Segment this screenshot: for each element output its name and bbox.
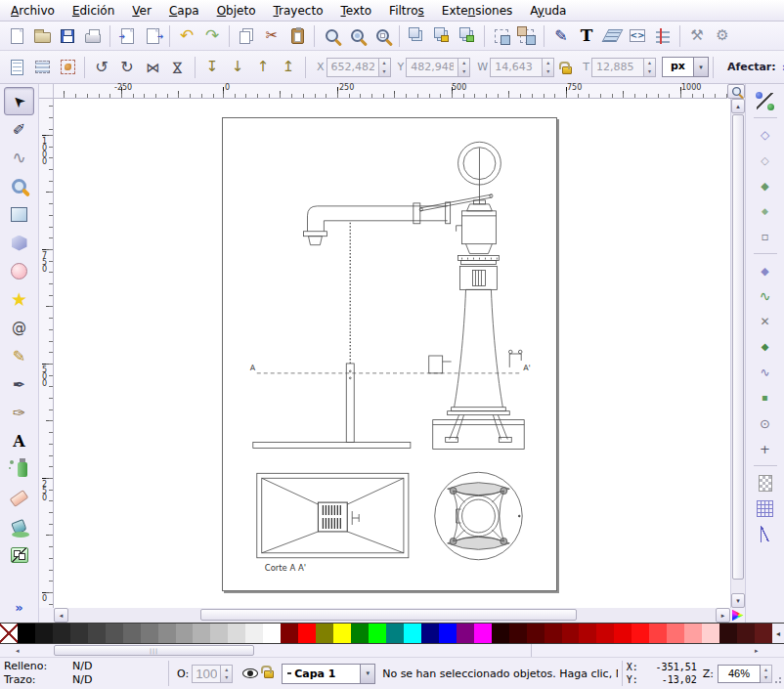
palette-scrollbar-thumb[interactable]: ||| — [54, 645, 254, 656]
width-field[interactable] — [490, 58, 543, 77]
print-document-button[interactable] — [80, 23, 106, 49]
rotate-ccw-button[interactable]: ↺ — [89, 55, 114, 80]
new-document-button[interactable] — [4, 23, 29, 49]
palette-swatch-12[interactable] — [210, 624, 228, 643]
save-document-button[interactable] — [55, 23, 80, 49]
palette-scroll-arrow-right[interactable]: ▸ — [755, 646, 759, 656]
palette-swatch-31[interactable] — [544, 624, 562, 643]
unlink-clone-button[interactable] — [455, 23, 480, 49]
palette-swatch-32[interactable] — [562, 624, 580, 643]
palette-swatch-19[interactable] — [333, 624, 351, 643]
rotate-cw-button[interactable]: ↻ — [114, 55, 140, 80]
select-all-layers-button[interactable] — [29, 55, 55, 80]
document-properties-button[interactable]: ⚙ — [710, 23, 735, 49]
vertical-scrollbar[interactable]: ▴ ▾ — [730, 99, 745, 608]
snap-bbox-corners-button[interactable]: ◆ — [751, 173, 780, 198]
horizontal-scrollbar[interactable] — [68, 608, 716, 623]
menu-capa[interactable]: Capa — [160, 2, 208, 20]
palette-swatch-9[interactable] — [158, 624, 176, 643]
xml-editor-button[interactable] — [625, 23, 650, 49]
snap-object-centers-button[interactable]: ⊙ — [751, 410, 780, 436]
layer-lock-icon[interactable] — [264, 670, 274, 678]
menu-objeto[interactable]: Objeto — [208, 2, 265, 20]
scroll-down-icon[interactable]: ▾ — [731, 593, 745, 608]
y-field[interactable] — [406, 58, 458, 77]
snap-line-midpoints-button[interactable]: ▪ — [751, 385, 780, 410]
spray-tool-button[interactable] — [4, 455, 34, 484]
palette-swatch-42[interactable] — [737, 624, 755, 643]
rectangle-tool-button[interactable] — [4, 200, 34, 229]
scroll-up-icon[interactable]: ▴ — [731, 99, 745, 113]
group-button[interactable] — [489, 23, 514, 49]
snap-bbox-centers-button[interactable]: ▫ — [751, 224, 780, 249]
palette-swatch-17[interactable] — [298, 624, 316, 643]
zoom-selection-button[interactable] — [319, 23, 344, 49]
palette-swatch-2[interactable] — [35, 624, 53, 643]
palette-swatch-5[interactable] — [88, 624, 106, 643]
palette-swatch-37[interactable] — [649, 624, 667, 643]
layers-dialog-button[interactable] — [599, 23, 625, 49]
menu-extensiones[interactable]: Extensiones — [433, 2, 522, 20]
palette-swatch-25[interactable] — [439, 624, 457, 643]
layer-dropdown[interactable]: Capa 1 ▾ — [282, 664, 375, 684]
pencil-tool-button[interactable]: ✎ — [4, 342, 34, 370]
palette-swatch-36[interactable] — [632, 624, 649, 643]
x-field-spinner[interactable] — [379, 58, 391, 77]
tweak-tool-button[interactable]: ∿ — [4, 144, 34, 172]
menu-ayuda[interactable]: Ayuda — [521, 2, 575, 20]
snap-page-border-button[interactable] — [751, 470, 780, 495]
layer-visibility-eye-icon[interactable] — [242, 668, 258, 678]
menu-ver[interactable]: Ver — [123, 2, 160, 20]
vertical-scrollbar-thumb[interactable] — [732, 114, 744, 580]
redo-button[interactable]: ↷ — [199, 23, 225, 49]
palette-swatch-41[interactable] — [719, 624, 737, 643]
chevron-down-icon[interactable]: ▾ — [360, 665, 374, 683]
palette-swatch-10[interactable] — [176, 624, 194, 643]
palette-swatch-40[interactable] — [702, 624, 719, 643]
zoom-spinner[interactable] — [761, 665, 772, 683]
width-field-spinner[interactable] — [543, 58, 554, 77]
open-document-button[interactable] — [29, 23, 55, 49]
text-dialog-button[interactable]: T — [574, 23, 599, 49]
y-field-spinner[interactable] — [458, 58, 470, 77]
raise-button[interactable]: ↑ — [250, 55, 276, 80]
zoom-field[interactable] — [718, 665, 761, 683]
create-clone-button[interactable] — [429, 23, 455, 49]
palette-swatch-34[interactable] — [596, 624, 614, 643]
palette-swatch-7[interactable] — [123, 624, 141, 643]
pen-tool-button[interactable]: ✒ — [4, 370, 34, 399]
snap-bbox-button[interactable]: ◇ — [751, 122, 780, 148]
lower-to-bottom-button[interactable]: ↧ — [199, 55, 225, 80]
selector-tool-button[interactable]: ➤ — [4, 87, 34, 115]
chevron-down-icon[interactable]: ▾ — [693, 58, 708, 76]
star-tool-button[interactable]: ★ — [4, 285, 34, 314]
snap-master-button[interactable] — [751, 88, 780, 113]
palette-swatch-18[interactable] — [316, 624, 333, 643]
scroll-left-icon[interactable]: ◂ — [54, 608, 68, 623]
menu-trayecto[interactable]: Trayecto — [264, 2, 331, 20]
palette-swatch-24[interactable] — [421, 624, 439, 643]
node-tool-button[interactable]: ✐ — [4, 115, 34, 144]
palette-swatch-3[interactable] — [53, 624, 70, 643]
palette-swatch-13[interactable] — [228, 624, 245, 643]
horizontal-scrollbar-thumb[interactable] — [200, 609, 577, 621]
inkscape-preferences-button[interactable]: ⚒ — [684, 23, 710, 49]
cut-button[interactable]: ✂ — [259, 23, 284, 49]
palette-swatch-23[interactable] — [404, 624, 421, 643]
menu-texto[interactable]: Texto — [331, 2, 380, 20]
text-tool-button[interactable]: A — [4, 427, 34, 455]
palette-swatch-20[interactable] — [351, 624, 369, 643]
menu-filtros[interactable]: Filtros — [380, 2, 433, 20]
align-distribute-button[interactable] — [650, 23, 675, 49]
import-document-button[interactable] — [114, 23, 140, 49]
eraser-tool-button[interactable] — [4, 484, 34, 512]
ellipse-tool-button[interactable] — [4, 257, 34, 285]
snap-smooth-nodes-button[interactable]: ∿ — [751, 360, 780, 385]
palette-swatch-28[interactable] — [492, 624, 509, 643]
menu-edicion[interactable]: Edición — [64, 2, 123, 20]
zoom-tool-button[interactable] — [4, 172, 34, 200]
select-all-button[interactable] — [4, 55, 29, 80]
unit-dropdown[interactable]: px ▾ — [662, 57, 709, 77]
snap-bbox-edges-button[interactable]: ◇ — [751, 148, 780, 173]
zoom-drawing-button[interactable] — [344, 23, 370, 49]
